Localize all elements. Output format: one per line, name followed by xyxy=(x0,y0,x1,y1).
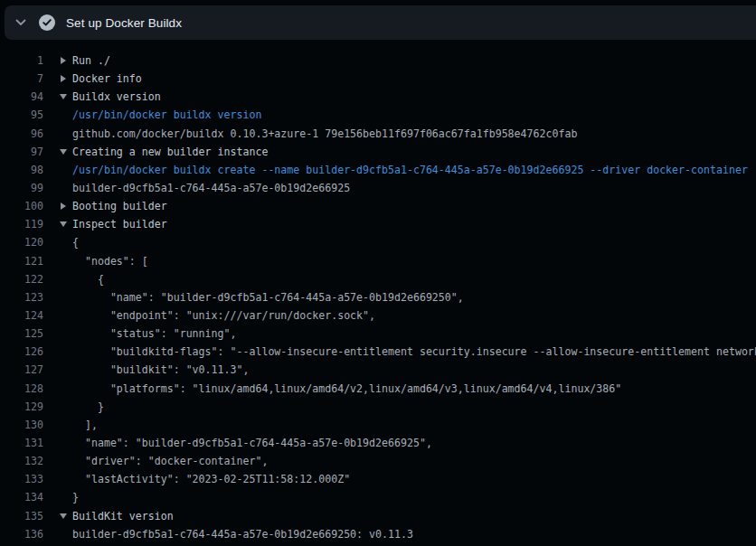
log-group-header[interactable]: Docker info xyxy=(60,72,142,85)
log-text: { xyxy=(72,236,79,249)
line-number[interactable]: 99 xyxy=(0,182,43,194)
marker-spacer xyxy=(60,456,72,466)
log-text-line: "name": "builder-d9cfb5a1-c764-445a-a57e… xyxy=(60,437,432,449)
log-text: "driver": "docker-container", xyxy=(72,455,268,467)
log-group-header[interactable]: Run ./ xyxy=(60,54,110,67)
log-group-header[interactable]: Buildx version xyxy=(60,90,161,103)
log-line: 99builder-d9cfb5a1-c764-445a-a57e-0b19d2… xyxy=(0,179,756,197)
triangle-down-icon[interactable] xyxy=(60,146,72,157)
log-text: /usr/bin/docker buildx version xyxy=(72,108,261,121)
log-text: "buildkit": "v0.11.3", xyxy=(72,363,249,376)
triangle-right-icon[interactable] xyxy=(60,73,72,84)
line-number[interactable]: 98 xyxy=(0,164,43,176)
log-text: "endpoint": "unix:///var/run/docker.sock… xyxy=(72,309,375,322)
marker-spacer xyxy=(60,383,72,394)
line-number[interactable]: 127 xyxy=(0,363,43,376)
log-text-line: { xyxy=(60,236,79,249)
log-line: 132 "driver": "docker-container", xyxy=(0,452,756,470)
triangle-right-icon[interactable] xyxy=(60,201,72,212)
line-number[interactable]: 119 xyxy=(0,218,43,231)
log-text-line: } xyxy=(60,491,79,504)
line-number[interactable]: 97 xyxy=(0,146,43,158)
line-number[interactable]: 123 xyxy=(0,291,43,304)
step-title: Set up Docker Buildx xyxy=(66,16,182,30)
line-number[interactable]: 122 xyxy=(0,273,43,286)
log-viewer: 1Run ./7Docker info94Buildx version95/us… xyxy=(0,40,756,546)
log-text: { xyxy=(72,273,104,286)
line-number[interactable]: 135 xyxy=(0,510,43,522)
line-number[interactable]: 130 xyxy=(0,419,43,431)
log-text-line: github.com/docker/buildx 0.10.3+azure-1 … xyxy=(60,127,577,140)
log-line: 127 "buildkit": "v0.11.3", xyxy=(0,361,756,379)
marker-spacer xyxy=(60,364,72,375)
log-text: /usr/bin/docker buildx create --name bui… xyxy=(72,164,748,176)
log-text: builder-d9cfb5a1-c764-445a-a57e-0b19d2e6… xyxy=(72,182,350,194)
marker-spacer xyxy=(60,419,72,430)
log-text-line: } xyxy=(60,400,104,413)
log-line: 129 } xyxy=(0,398,756,416)
line-number[interactable]: 134 xyxy=(0,491,43,504)
marker-spacer xyxy=(60,165,72,175)
log-line: 98/usr/bin/docker buildx create --name b… xyxy=(0,161,756,179)
line-number[interactable]: 129 xyxy=(0,400,43,413)
marker-spacer xyxy=(60,474,72,485)
log-text: github.com/docker/buildx 0.10.3+azure-1 … xyxy=(72,127,577,140)
line-number[interactable]: 125 xyxy=(0,327,43,340)
log-text: BuildKit version xyxy=(72,510,174,522)
line-number[interactable]: 132 xyxy=(0,455,43,467)
triangle-down-icon[interactable] xyxy=(60,91,72,102)
log-group-header[interactable]: Booting builder xyxy=(60,200,167,212)
line-number[interactable]: 120 xyxy=(0,236,43,249)
line-number[interactable]: 126 xyxy=(0,345,43,358)
triangle-right-icon[interactable] xyxy=(60,55,72,66)
log-text-line: "platforms": "linux/amd64,linux/amd64/v2… xyxy=(60,382,621,395)
log-line: 96github.com/docker/buildx 0.10.3+azure-… xyxy=(0,125,756,143)
log-text-line: /usr/bin/docker buildx create --name bui… xyxy=(60,164,748,176)
line-number[interactable]: 131 xyxy=(0,437,43,449)
log-text: "name": "builder-d9cfb5a1-c764-445a-a57e… xyxy=(72,291,464,304)
line-number[interactable]: 7 xyxy=(0,72,43,85)
log-line: 100Booting builder xyxy=(0,197,756,215)
line-number[interactable]: 128 xyxy=(0,382,43,395)
line-number[interactable]: 121 xyxy=(0,255,43,268)
marker-spacer xyxy=(60,274,72,285)
line-number[interactable]: 124 xyxy=(0,309,43,322)
marker-spacer xyxy=(60,328,72,339)
log-text-line: ], xyxy=(60,419,98,431)
log-line: 120{ xyxy=(0,233,756,251)
log-text: builder-d9cfb5a1-c764-445a-a57e-0b19d2e6… xyxy=(72,528,413,541)
log-line: 119Inspect builder xyxy=(0,215,756,233)
line-number[interactable]: 136 xyxy=(0,528,43,541)
marker-spacer xyxy=(60,183,72,193)
log-text-line: /usr/bin/docker buildx version xyxy=(60,108,261,121)
log-line: 7Docker info xyxy=(0,70,756,88)
log-line: 95/usr/bin/docker buildx version xyxy=(0,106,756,124)
step-header[interactable]: Set up Docker Buildx xyxy=(5,5,756,40)
log-group-header[interactable]: Inspect builder xyxy=(60,218,167,231)
line-number[interactable]: 100 xyxy=(0,200,43,212)
marker-spacer xyxy=(60,310,72,321)
marker-spacer xyxy=(60,292,72,303)
marker-spacer xyxy=(60,237,72,248)
log-text-line: "lastActivity": "2023-02-25T11:58:12.000… xyxy=(60,473,350,485)
log-text: Inspect builder xyxy=(72,218,167,231)
log-group-header[interactable]: Creating a new builder instance xyxy=(60,146,268,158)
chevron-down-icon[interactable] xyxy=(14,16,27,29)
line-number[interactable]: 1 xyxy=(0,54,43,67)
log-text: Creating a new builder instance xyxy=(72,146,268,158)
log-group-header[interactable]: BuildKit version xyxy=(60,510,174,522)
line-number[interactable]: 96 xyxy=(0,127,43,140)
log-text: ], xyxy=(72,419,98,431)
line-number[interactable]: 94 xyxy=(0,90,43,103)
log-text: "name": "builder-d9cfb5a1-c764-445a-a57e… xyxy=(72,437,432,449)
triangle-down-icon[interactable] xyxy=(60,219,72,230)
log-text: Booting builder xyxy=(72,200,167,212)
line-number[interactable]: 133 xyxy=(0,473,43,485)
log-text-line: { xyxy=(60,273,104,286)
log-text: "lastActivity": "2023-02-25T11:58:12.000… xyxy=(72,473,350,485)
triangle-down-icon[interactable] xyxy=(60,511,72,522)
marker-spacer xyxy=(60,529,72,540)
log-text-line: "name": "builder-d9cfb5a1-c764-445a-a57e… xyxy=(60,291,464,304)
log-text: Run ./ xyxy=(72,54,110,67)
line-number[interactable]: 95 xyxy=(0,108,43,121)
